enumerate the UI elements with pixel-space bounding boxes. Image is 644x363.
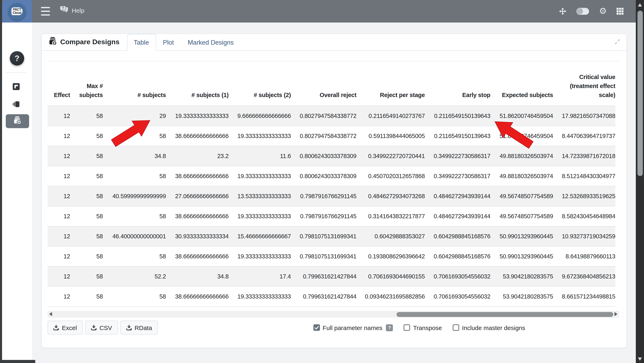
cell-expected-subjects: 49.88180326503974: [490, 166, 553, 186]
horizontal-scroll-thumb[interactable]: [396, 312, 613, 317]
option-label: Include master designs: [462, 324, 526, 331]
cell-critical-value: 8.512148430304977: [553, 166, 615, 186]
cell-effect: 12: [48, 206, 70, 226]
option-full-parameter-names[interactable]: Full parameter names?: [313, 324, 393, 331]
transpose-checkbox[interactable]: [404, 324, 410, 331]
cell-early-stop: 0.2116549150139643: [425, 106, 490, 126]
cell-effect: 12: [48, 166, 70, 186]
scroll-left-arrow-icon[interactable]: [49, 312, 52, 316]
cell-subjects-1: 38.66666666666666: [166, 246, 228, 266]
option-include-master-designs[interactable]: Include master designs: [453, 324, 526, 331]
cell-max-subjects: 58: [70, 166, 103, 186]
cell-reject-per-stage: 0.5911398444065005: [356, 126, 425, 146]
cell-reject-per-stage: 0.3141643832217877: [356, 206, 425, 226]
cell-expected-subjects: 49.88180326503974: [490, 146, 553, 166]
export-button-group: Excel CSV RData: [48, 321, 158, 335]
tab-table[interactable]: Table: [127, 34, 156, 51]
cell-overall-reject: 0.8006243033378309: [291, 146, 356, 166]
export-button-label: Excel: [62, 324, 77, 331]
cell-subjects-1: 34.8: [166, 266, 228, 287]
cell-effect: 12: [48, 146, 70, 166]
table-row: 125852.234.817.40.7996316214278440.70616…: [48, 266, 615, 287]
cell-critical-value: 8.64198879660113: [553, 246, 615, 266]
cell-subjects: 58: [103, 206, 166, 226]
compare-designs-title-icon: [48, 37, 57, 47]
flipboard-icon: [12, 83, 20, 92]
sidebar-item-designs[interactable]: [0, 83, 32, 92]
column-header-overall-reject: Overall reject: [291, 61, 356, 106]
download-icon: [126, 325, 132, 331]
cell-overall-reject: 0.799631621427844: [291, 266, 356, 287]
horizontal-scrollbar[interactable]: [48, 311, 619, 318]
cell-subjects-2: 19.33333333333333: [228, 246, 291, 266]
scroll-right-arrow-icon[interactable]: [614, 312, 617, 316]
cell-overall-reject: 0.7987916766291145: [291, 206, 356, 226]
cell-reject-per-stage: 0.3499222720720441: [356, 146, 425, 166]
window-corner: [0, 360, 35, 363]
cell-reject-per-stage: 0.4846272934073268: [356, 186, 425, 206]
logo-text-line2: Cloud: [13, 11, 21, 15]
cell-subjects-1: 38.66666666666666: [166, 126, 228, 146]
table-row: 12585838.6666666666666619.33333333333333…: [48, 206, 615, 226]
sidebar-item-compare-designs[interactable]: [6, 114, 29, 128]
designs-table-wrap: EffectMax # subjects# subjects# subjects…: [48, 61, 615, 307]
app-logo[interactable]: PACT Cloud: [2, 0, 32, 22]
sidebar-item-versions[interactable]: [0, 100, 32, 110]
cell-subjects-1: 38.66666666666666: [166, 287, 228, 307]
cell-subjects: 58: [103, 126, 166, 146]
include-master-designs-checkbox[interactable]: [453, 324, 459, 331]
cell-critical-value: 8.661571234498815: [553, 287, 615, 307]
cell-max-subjects: 58: [70, 146, 103, 166]
tab-plot[interactable]: Plot: [156, 34, 181, 51]
svg-text:?: ?: [62, 6, 64, 10]
cell-expected-subjects: 49.56748507754589: [490, 186, 553, 206]
compare-designs-icon: [13, 116, 21, 126]
option-transpose[interactable]: Transpose: [404, 324, 442, 331]
excel-export-button[interactable]: Excel: [48, 321, 82, 335]
table-row: 125834.823.211.60.80062430333783090.3499…: [48, 146, 615, 166]
cell-reject-per-stage: 0.60429888353027: [356, 226, 425, 246]
cell-early-stop: 0.7061693054556032: [425, 287, 490, 307]
cell-max-subjects: 58: [70, 206, 103, 226]
full-parameter-names-checkbox[interactable]: [313, 324, 320, 331]
cell-subjects: 58: [103, 246, 166, 266]
column-header-critical-value: Critical value (treatment effect scale): [553, 61, 615, 106]
cell-subjects: 52.2: [103, 266, 166, 287]
cell-overall-reject: 0.8027947584338772: [291, 106, 356, 126]
theme-toggle[interactable]: [576, 8, 589, 15]
panel-expand-icon[interactable]: [614, 38, 621, 47]
apps-grid-icon[interactable]: [616, 8, 624, 15]
panel-title: Compare Designs: [48, 34, 120, 50]
menu-toggle-icon[interactable]: [41, 7, 50, 15]
cell-overall-reject: 0.8027947584338772: [291, 126, 356, 146]
cell-subjects-1: 23.2: [166, 146, 228, 166]
scroll-up-arrow-icon[interactable]: [638, 3, 642, 6]
cell-overall-reject: 0.799631621427844: [291, 287, 356, 307]
scroll-down-arrow-icon[interactable]: [638, 357, 642, 361]
user-avatar[interactable]: ?: [10, 51, 24, 65]
cell-critical-value: 17.98216507347088: [553, 106, 615, 126]
cell-subjects: 58: [103, 166, 166, 186]
cell-overall-reject: 0.7981075131699341: [291, 246, 356, 266]
help-button[interactable]: ? Help: [60, 6, 84, 15]
cell-subjects-2: 19.33333333333333: [228, 126, 291, 146]
rdata-export-button[interactable]: RData: [120, 321, 158, 335]
help-badge-icon[interactable]: ?: [386, 324, 393, 331]
fullscreen-arrows-icon[interactable]: [559, 7, 566, 15]
cell-reject-per-stage: 0.4507020312657868: [356, 166, 425, 186]
cell-effect: 12: [48, 246, 70, 266]
settings-gear-icon[interactable]: ⚙: [599, 7, 607, 15]
panel-header: Compare Designs TablePlotMarked Designs: [42, 34, 626, 51]
tab-marked-designs[interactable]: Marked Designs: [181, 34, 241, 51]
cell-subjects-1: 27.06666666666666: [166, 186, 228, 206]
vertical-scroll-thumb[interactable]: [637, 11, 642, 176]
cell-subjects-2: 15.46666666666667: [228, 226, 291, 246]
vertical-scrollbar[interactable]: [636, 0, 644, 363]
tab-bar: TablePlotMarked Designs: [127, 34, 241, 50]
logo-circle: PACT Cloud: [8, 3, 26, 20]
csv-export-button[interactable]: CSV: [85, 321, 118, 335]
cell-overall-reject: 0.7987916766291145: [291, 186, 356, 206]
sidebar: ?: [0, 22, 32, 363]
cell-subjects-2: 11.6: [228, 146, 291, 166]
cell-subjects: 34.8: [103, 146, 166, 166]
